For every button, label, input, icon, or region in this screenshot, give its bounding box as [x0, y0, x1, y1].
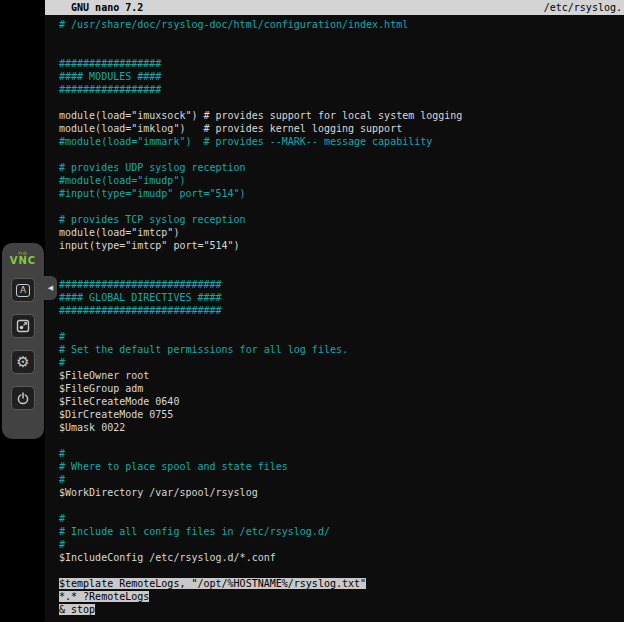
gear-icon: ⚙	[16, 355, 29, 370]
editor-line: # provides TCP syslog reception	[59, 213, 624, 226]
editor-line: $WorkDirectory /var/spool/rsyslog	[59, 486, 624, 499]
editor-line: $FileCreateMode 0640	[59, 395, 624, 408]
novnc-logo-vnc: VNC	[10, 256, 36, 266]
editor-line: #module(load="imudp")	[59, 174, 624, 187]
settings-button[interactable]: ⚙	[11, 350, 35, 374]
nano-version-title: GNU nano 7.2	[59, 0, 143, 15]
nano-titlebar: GNU nano 7.2 /etc/rsyslog.	[45, 0, 624, 15]
editor-line: *.* ?RemoteLogs	[59, 590, 624, 603]
editor-line	[59, 317, 624, 330]
collapse-arrow-icon: ◀	[48, 284, 53, 292]
editor-line: #################	[59, 83, 624, 96]
editor-line: # provides UDP syslog reception	[59, 161, 624, 174]
editor-line: #### GLOBAL DIRECTIVES ####	[59, 291, 624, 304]
editor-line	[59, 434, 624, 447]
editor-line: #	[59, 356, 624, 369]
editor-line	[59, 252, 624, 265]
editor-line: #module(load="immark") # provides --MARK…	[59, 135, 624, 148]
editor-line: #	[59, 447, 624, 460]
nano-file-path: /etc/rsyslog.	[544, 0, 622, 15]
editor-line	[59, 265, 624, 278]
terminal-screen[interactable]: GNU nano 7.2 /etc/rsyslog. # /usr/share/…	[45, 0, 624, 622]
editor-line: $DirCreateMode 0755	[59, 408, 624, 421]
editor-line	[59, 499, 624, 512]
a-key-icon: A	[16, 284, 30, 297]
editor-line: $Umask 0022	[59, 421, 624, 434]
editor-line: module(load="imklog") # provides kernel …	[59, 122, 624, 135]
editor-line: $FileOwner root	[59, 369, 624, 382]
disconnect-button[interactable]	[11, 386, 35, 410]
control-bar-handle[interactable]: ◀	[44, 276, 57, 300]
editor-line: $IncludeConfig /etc/rsyslog.d/*.conf	[59, 551, 624, 564]
editor-line: $FileGroup adm	[59, 382, 624, 395]
editor-line: & stop	[59, 603, 624, 616]
editor-line: ###########################	[59, 278, 624, 291]
editor-line: module(load="imtcp")	[59, 226, 624, 239]
editor-line: #	[59, 512, 624, 525]
editor-line: $template RemoteLogs, "/opt/%HOSTNAME%/r…	[59, 577, 624, 590]
novnc-logo: no VNC	[10, 250, 36, 266]
editor-line: ###########################	[59, 304, 624, 317]
drag-viewport-icon	[16, 319, 30, 333]
editor-line: #	[59, 330, 624, 343]
editor-line: # Set the default permissions for all lo…	[59, 343, 624, 356]
editor-line	[59, 564, 624, 577]
editor-line: #	[59, 538, 624, 551]
editor-line	[59, 96, 624, 109]
editor-line: # Include all config files in /etc/rsysl…	[59, 525, 624, 538]
editor-line: input(type="imtcp" port="514")	[59, 239, 624, 252]
editor-line: #	[59, 473, 624, 486]
extra-keys-button[interactable]: A	[11, 278, 35, 302]
editor-line: #input(type="imudp" port="514")	[59, 187, 624, 200]
power-icon	[16, 391, 30, 405]
vnc-control-bar: no VNC A ⚙	[2, 243, 44, 439]
editor-line: #################	[59, 57, 624, 70]
editor-line: #### MODULES ####	[59, 70, 624, 83]
editor-line: module(load="imuxsock") # provides suppo…	[59, 109, 624, 122]
editor-line	[59, 44, 624, 57]
editor-line: # /usr/share/doc/rsyslog-doc/html/config…	[59, 18, 624, 31]
editor-line	[59, 31, 624, 44]
drag-button[interactable]	[11, 314, 35, 338]
editor-line	[59, 148, 624, 161]
editor-line	[59, 200, 624, 213]
editor-line: # Where to place spool and state files	[59, 460, 624, 473]
editor-content: # /usr/share/doc/rsyslog-doc/html/config…	[45, 15, 624, 616]
